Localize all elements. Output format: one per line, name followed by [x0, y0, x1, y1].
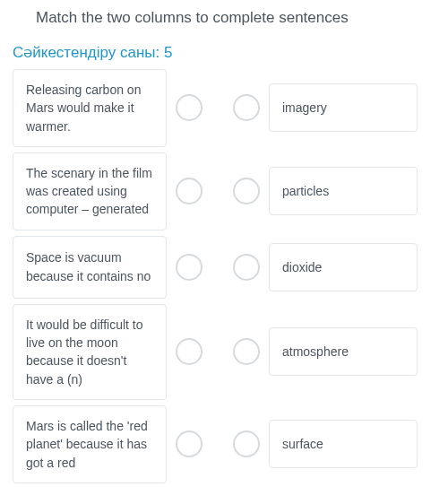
left-prompt-card[interactable]: Space is vacuum because it contains no [13, 236, 167, 299]
match-count-label: Сәйкестендіру саны: 5 [13, 43, 435, 62]
match-row: Mars is called the 'red planet' because … [13, 405, 435, 483]
left-prompt-text: Space is vacuum because it contains no [26, 248, 153, 285]
match-rows: Releasing carbon on Mars would make it w… [13, 69, 435, 483]
left-connector[interactable] [176, 254, 202, 281]
left-prompt-text: It would be difficult to live on the moo… [26, 316, 153, 388]
left-prompt-card[interactable]: The scenary in the film was created usin… [13, 152, 167, 230]
left-connector[interactable] [176, 94, 202, 121]
left-connector[interactable] [176, 178, 202, 204]
right-answer-card[interactable]: particles [269, 167, 418, 215]
right-answer-text: dioxide [282, 258, 322, 276]
right-answer-card[interactable]: surface [269, 420, 418, 468]
left-prompt-text: Releasing carbon on Mars would make it w… [26, 81, 153, 135]
left-connector[interactable] [176, 430, 202, 457]
right-answer-text: particles [282, 182, 329, 200]
right-connector[interactable] [233, 178, 260, 204]
match-row: The scenary in the film was created usin… [13, 152, 435, 230]
right-connector[interactable] [233, 254, 260, 281]
right-answer-card[interactable]: dioxide [269, 243, 418, 291]
right-answer-card[interactable]: imagery [269, 83, 418, 132]
page-title: Match the two columns to complete senten… [36, 9, 435, 27]
right-connector[interactable] [233, 94, 260, 121]
left-prompt-text: The scenary in the film was created usin… [26, 164, 153, 219]
right-answer-text: atmosphere [282, 343, 349, 361]
right-answer-text: imagery [282, 99, 327, 117]
match-row: It would be difficult to live on the moo… [13, 304, 435, 400]
right-connector[interactable] [233, 338, 260, 365]
match-row: Space is vacuum because it contains no d… [13, 236, 435, 299]
right-answer-card[interactable]: atmosphere [269, 327, 418, 376]
left-prompt-text: Mars is called the 'red planet' because … [26, 417, 153, 472]
right-connector[interactable] [233, 430, 260, 457]
match-row: Releasing carbon on Mars would make it w… [13, 69, 435, 147]
left-connector[interactable] [176, 338, 202, 365]
left-prompt-card[interactable]: Mars is called the 'red planet' because … [13, 405, 167, 483]
left-prompt-card[interactable]: It would be difficult to live on the moo… [13, 304, 167, 400]
left-prompt-card[interactable]: Releasing carbon on Mars would make it w… [13, 69, 167, 147]
right-answer-text: surface [282, 435, 323, 453]
